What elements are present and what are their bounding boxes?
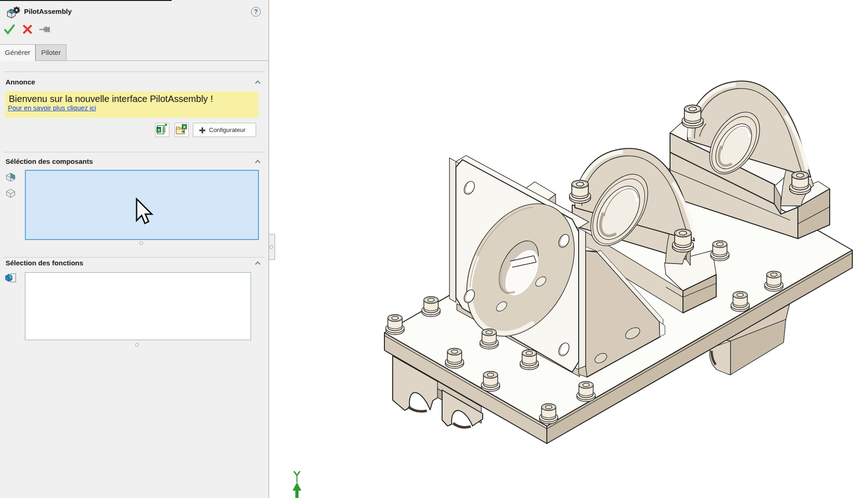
svg-text:X: X xyxy=(157,128,160,132)
svg-text:X: X xyxy=(183,125,186,129)
